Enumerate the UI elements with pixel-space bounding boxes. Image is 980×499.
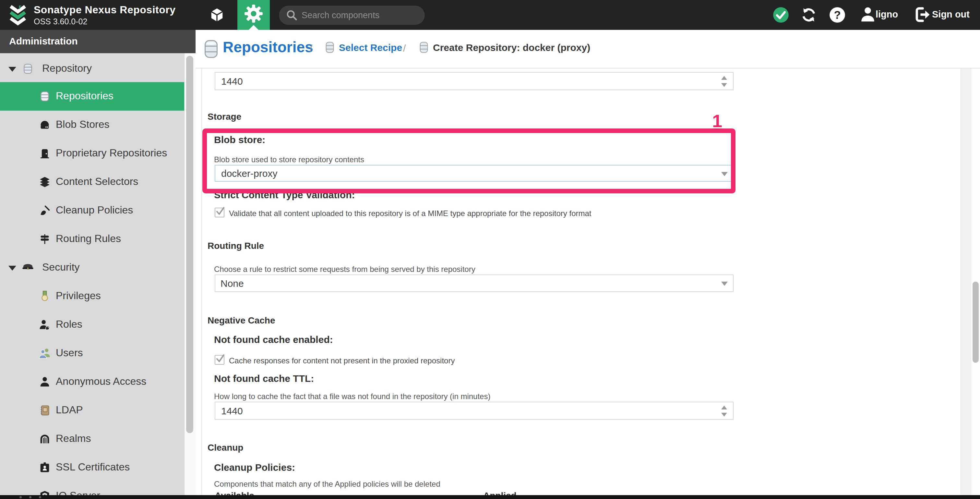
admin-tab[interactable] [237,0,270,30]
sidebar-item-content-selectors[interactable]: Content Selectors [0,168,184,196]
nfc-enabled-label: Not found cache enabled: [214,334,333,345]
check-icon [215,353,226,364]
search-input[interactable] [301,10,419,21]
broom-icon [38,204,51,217]
nfc-ttl-input[interactable] [221,404,708,418]
nexus-logo-icon: r [7,4,29,27]
sidebar-item-users[interactable]: Users [0,339,184,368]
search-box [279,6,425,25]
chevron-down-icon [8,67,16,72]
page-scrollbar[interactable] [971,30,980,499]
spinner-down-icon[interactable] [721,413,727,416]
routing-rule-select[interactable]: None [215,274,733,292]
sidebar-item-ssl-certificates[interactable]: SSL Certificates [0,453,184,482]
breadcrumb-separator: / [403,43,406,54]
breadcrumb-current-page: Create Repository: docker (proxy) [433,42,590,53]
database-icon [21,62,34,75]
blob-store-help: Blob store used to store repository cont… [214,155,364,164]
blob-store-label: Blob store: [214,134,265,145]
sidebar-item-blob-stores[interactable]: Blob Stores [0,111,184,139]
sidebar-item-anonymous-access[interactable]: Anonymous Access [0,368,184,396]
active-tab-pointer [249,25,258,30]
check-icon [215,206,226,217]
admin-sidebar: Repository Repositories Blob Stores [0,53,184,499]
strict-validation-checkbox-text: Validate that all content uploaded to th… [229,209,591,218]
help-icon[interactable]: ? [829,6,846,25]
breadcrumb: Repositories / Select Recipe / Create Re… [196,30,980,69]
harddrive-icon [38,118,51,131]
database-icon [418,41,429,55]
sidebar-section-header: Administration [0,30,196,53]
blob-store-input[interactable] [221,167,702,180]
door-icon [38,147,51,160]
police-cap-icon [21,261,34,274]
sidebar-item-proprietary-repositories[interactable]: Proprietary Repositories [0,139,184,168]
database-icon [38,90,51,103]
number-spinner[interactable] [721,405,727,417]
status-check-icon[interactable] [772,6,789,25]
taskbar-dot [19,496,22,498]
username-label[interactable]: ligno [876,9,898,20]
spinner-up-icon[interactable] [721,406,727,410]
sign-out-label[interactable]: Sign out [932,9,970,20]
nfc-enabled-checkbox-text: Cache responses for content not present … [229,356,455,365]
refresh-icon[interactable] [800,6,817,25]
sidebar-scrollbar-thumb[interactable] [186,56,193,433]
metadata-ttl-input[interactable] [221,75,708,88]
breadcrumb-select-recipe-link[interactable]: Select Recipe [339,42,402,53]
spinner-up-icon[interactable] [721,76,727,80]
dropdown-arrow-icon[interactable] [721,172,728,176]
form-panel-left-border [201,68,202,495]
taskbar-dot [39,496,41,498]
sidebar-item-security[interactable]: Security [0,253,184,282]
sign-out-icon[interactable] [913,6,931,25]
breadcrumb-separator: / [310,43,312,54]
search-icon [285,9,298,22]
routing-rule-help: Choose a rule to restrict some requests … [214,265,476,274]
spinner-down-icon[interactable] [721,83,727,87]
nfc-ttl-label: Not found cache TTL: [214,373,314,384]
sidebar-section-title: Administration [9,36,78,47]
sidebar-item-ldap[interactable]: LDAP [0,396,184,425]
taskbar-dot [29,496,32,498]
strict-validation-checkbox[interactable] [215,208,224,217]
blob-store-combobox [215,165,733,182]
cleanup-section-label: Cleanup [208,443,243,453]
cleanup-policies-label: Cleanup Policies: [214,462,295,473]
gear-icon [243,3,264,24]
sidebar-item-privileges[interactable]: Privileges [0,282,184,311]
id-card-icon [38,461,51,474]
storage-section-label: Storage [208,112,241,122]
package-cube-icon[interactable] [210,7,224,24]
taskbar-sliver [0,495,980,499]
sidebar-item-routing-rules[interactable]: Routing Rules [0,225,184,253]
breadcrumb-root: Repositories [223,38,313,56]
cleanup-policies-help: Components that match any of the Applied… [214,480,441,489]
nfc-enabled-checkbox[interactable] [215,355,224,365]
chevron-down-icon [8,266,16,271]
database-icon [203,39,220,61]
sidebar-item-cleanup-policies[interactable]: Cleanup Policies [0,196,184,225]
layers-icon [38,175,51,188]
form-scroll-gutter [961,69,971,495]
svg-text:r: r [19,4,21,10]
top-header: r Sonatype Nexus Repository OSS 3.60.0-0… [0,0,980,30]
medal-icon [38,290,51,303]
sidebar-item-repositories[interactable]: Repositories [0,82,184,111]
app-title: Sonatype Nexus Repository [34,4,176,16]
sidebar-item-repository[interactable]: Repository [0,54,184,83]
gate-icon [38,432,51,445]
number-spinner[interactable] [721,75,727,88]
annotation-number: 1 [712,110,722,131]
negative-cache-section-label: Negative Cache [208,316,275,326]
person-icon [38,375,51,388]
svg-text:?: ? [834,9,840,21]
user-icon[interactable] [859,5,877,25]
routing-rule-value: None [221,278,244,289]
sidebar-item-roles[interactable]: Roles [0,311,184,339]
sidebar-scrollbar[interactable] [184,53,196,499]
sidebar-item-realms[interactable]: Realms [0,425,184,453]
signpost-icon [38,233,51,246]
page-scrollbar-thumb[interactable] [972,282,979,363]
strict-validation-label: Strict Content Type Validation: [214,190,355,201]
